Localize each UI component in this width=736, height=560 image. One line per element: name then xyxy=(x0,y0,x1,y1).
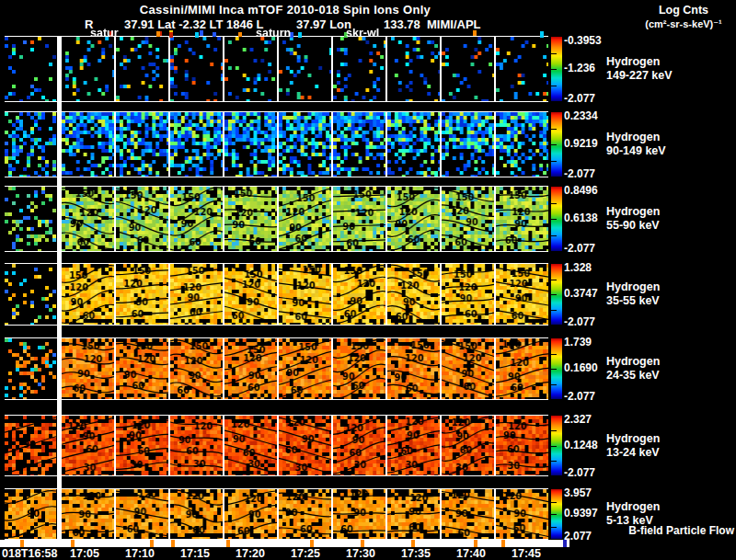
spectrogram-canvas xyxy=(62,489,114,539)
flow-tick xyxy=(361,540,364,547)
flow-tick xyxy=(150,540,154,547)
spectrogram-canvas xyxy=(333,187,385,251)
flow-tick xyxy=(474,540,477,547)
colorbar-units-line1: Log Cnts xyxy=(633,4,734,17)
spectrogram-panel xyxy=(496,112,548,177)
colorbar xyxy=(551,489,562,539)
colorbar xyxy=(551,338,562,399)
spectrogram-panel xyxy=(224,112,277,177)
species-label: Hydrogen xyxy=(606,432,660,446)
spectrogram-panel xyxy=(333,264,385,325)
colorbar xyxy=(551,187,562,251)
colorbar xyxy=(551,37,562,101)
spectrogram-panel xyxy=(333,37,385,101)
spectrogram-panel xyxy=(333,187,385,251)
spectrogram-panel xyxy=(279,264,331,325)
spectrogram-canvas xyxy=(116,264,168,325)
top-event-ticks xyxy=(62,30,549,38)
spectrogram-panel xyxy=(224,416,277,475)
colorbar-max-label: 1.739 xyxy=(564,336,623,349)
colorbar xyxy=(551,416,562,475)
left-snapshot-panel xyxy=(5,416,56,475)
spectrogram-canvas xyxy=(442,489,494,539)
spectrogram-canvas xyxy=(170,416,223,475)
spectrogram-canvas xyxy=(224,416,277,475)
time-tick-label: 17:25 xyxy=(282,547,329,560)
time-tick-label: 17:45 xyxy=(502,547,550,560)
spectrogram-row-strip xyxy=(5,488,548,540)
spectrogram-canvas xyxy=(333,489,385,539)
spectrogram-row-strip xyxy=(5,415,548,476)
spectrogram-panel xyxy=(279,112,331,177)
spectrogram-canvas xyxy=(224,264,277,325)
spectrogram-panel xyxy=(279,416,331,475)
spectrogram-canvas xyxy=(442,264,494,325)
spectrogram-row-strip xyxy=(5,111,548,177)
spectrogram-panel xyxy=(442,187,494,251)
spectrogram-panel xyxy=(224,187,277,251)
colorbar-units-line2: (cm²-sr-s-keV)⁻¹ xyxy=(633,17,734,31)
colorbar-max-label: 0.8496 xyxy=(564,184,623,197)
spectrogram-canvas xyxy=(170,187,223,251)
spectrogram-panel xyxy=(496,338,548,399)
spectrogram-canvas xyxy=(442,187,494,251)
colorbar-max-label: -0.3953 xyxy=(564,34,623,47)
energy-range-label: 5-13 keV xyxy=(606,514,660,528)
time-tick-label: 17:20 xyxy=(226,547,274,560)
panel-divider-bar xyxy=(57,36,62,547)
spectrogram-canvas xyxy=(224,338,277,399)
spectrogram-panel xyxy=(62,264,114,325)
spectrogram-canvas xyxy=(116,338,168,399)
spectrogram-canvas xyxy=(279,338,331,399)
spectrogram-panel xyxy=(496,37,548,101)
spectrogram-panel xyxy=(224,37,277,101)
spectrogram-canvas xyxy=(224,37,277,101)
spectrogram-panel xyxy=(387,338,440,399)
spectrogram-canvas xyxy=(116,416,168,475)
spectrogram-canvas xyxy=(279,112,331,177)
time-tick-label: 17:30 xyxy=(337,547,385,560)
spectrogram-canvas xyxy=(170,489,223,539)
spectrogram-row-strip xyxy=(5,337,548,400)
colorbar-min-label: -2.077 xyxy=(564,167,623,180)
spectrogram-canvas xyxy=(224,187,277,251)
spectrogram-panel xyxy=(62,416,114,475)
spectrogram-panel xyxy=(387,489,440,539)
energy-range-label: 149-227 keV xyxy=(606,69,673,83)
spectrogram-canvas xyxy=(62,187,114,251)
spectrogram-panel xyxy=(333,338,385,399)
spectrogram-panel xyxy=(170,338,223,399)
main-panel-row xyxy=(62,338,548,399)
spectrogram-panel xyxy=(62,338,114,399)
spectrogram-panel xyxy=(62,112,114,177)
spectrogram-canvas xyxy=(170,112,223,177)
energy-band-label: Hydrogen5-13 keV xyxy=(606,500,660,528)
main-panel-row xyxy=(62,187,548,251)
annotation-saturn: saturn xyxy=(256,27,291,40)
colorbar-min-label: 2.077 xyxy=(564,530,623,543)
spectrogram-panel xyxy=(279,489,331,539)
spectrogram-canvas xyxy=(170,338,223,399)
annotation-skr-wl: skr-wl xyxy=(346,27,379,40)
left-panel-canvas xyxy=(5,187,56,251)
spectrogram-panel xyxy=(170,187,223,251)
spectrogram-canvas xyxy=(496,264,548,325)
energy-band-label: Hydrogen24-35 keV xyxy=(606,355,660,383)
species-label: Hydrogen xyxy=(606,205,660,219)
spectrogram-canvas xyxy=(116,37,168,101)
flow-tick xyxy=(71,540,75,547)
spectrogram-canvas xyxy=(387,112,440,177)
time-tick-label: 17:35 xyxy=(392,547,440,560)
spectrogram-panel xyxy=(387,264,440,325)
spectrogram-canvas xyxy=(442,338,494,399)
spectrogram-panel xyxy=(279,187,331,251)
spectrogram-panel xyxy=(442,37,494,101)
spectrogram-panel xyxy=(333,416,385,475)
spectrogram-canvas xyxy=(279,489,331,539)
colorbar-units-header: Log Cnts (cm²-sr-s-keV)⁻¹ xyxy=(633,4,734,31)
flow-tick xyxy=(310,540,314,547)
energy-band-label: Hydrogen13-24 keV xyxy=(606,432,660,460)
main-panel-row xyxy=(62,112,548,177)
spectrogram-panel xyxy=(116,338,168,399)
energy-range-label: 24-35 keV xyxy=(606,369,660,383)
